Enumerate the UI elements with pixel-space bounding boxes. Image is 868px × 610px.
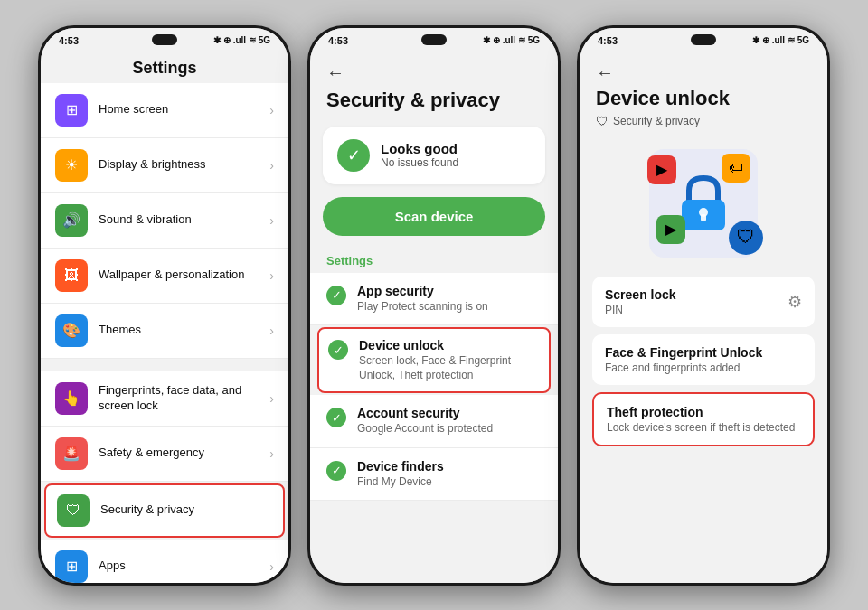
chevron-icon: ›	[269, 268, 274, 283]
item-icon-home-screen: ⊞	[55, 94, 88, 127]
sec-item-device-finders[interactable]: ✓ Device finders Find My Device	[310, 448, 558, 502]
dev-item-left-screen-lock: Screen lock PIN	[605, 287, 676, 316]
chevron-icon: ›	[269, 158, 274, 173]
dev-item-screen-lock[interactable]: Screen lock PIN ⚙	[592, 277, 815, 327]
check-icon-account-security: ✓	[326, 408, 346, 427]
phone-2: 4:53 ✱ ⊕ .ull ≋ 5G ← Security & privacy …	[307, 25, 561, 586]
item-label-safety: Safety & emergency	[99, 446, 259, 461]
settings-item-home-screen[interactable]: ⊞ Home screen ›	[41, 83, 288, 138]
dev-item-title-face-fingerprint: Face & Fingerprint Unlock	[605, 345, 762, 360]
dev-item-sub-face-fingerprint: Face and fingerprints added	[605, 361, 762, 374]
status-icons-2: ✱ ⊕ .ull ≋ 5G	[483, 35, 540, 45]
badge-security: 🛡	[729, 221, 763, 255]
item-label-wallpaper: Wallpaper & personalization	[99, 267, 259, 283]
settings-item-wallpaper[interactable]: 🖼 Wallpaper & personalization ›	[41, 249, 288, 304]
chevron-icon: ›	[269, 391, 274, 406]
item-icon-themes: 🎨	[55, 314, 88, 347]
svg-rect-2	[701, 214, 706, 221]
sec-item-title-device-unlock: Device unlock	[359, 338, 540, 352]
time-3: 4:53	[598, 35, 618, 46]
breadcrumb-label: Security & privacy	[613, 115, 700, 127]
time-1: 4:53	[59, 35, 79, 46]
sec-item-device-unlock[interactable]: ✓ Device unlock Screen lock, Face & Fing…	[317, 327, 551, 393]
sec-item-sub-device-unlock: Screen lock, Face & Fingerprint Unlock, …	[359, 354, 540, 382]
phone-1: 4:53 ✱ ⊕ .ull ≋ 5G Settings ⊞ Home scree…	[38, 25, 291, 586]
shield-icon: 🛡	[596, 114, 609, 128]
sec-item-info-account-security: Account security Google Account is prote…	[357, 406, 493, 436]
sec-header: ← Security & privacy	[310, 50, 558, 127]
phone-3: 4:53 ✱ ⊕ .ull ≋ 5G ← Device unlock 🛡 Sec…	[577, 25, 830, 586]
dev-item-sub-theft-protection: Lock device's screen if theft is detecte…	[607, 421, 795, 434]
item-icon-sound: 🔊	[55, 204, 88, 237]
item-icon-fingerprints: 👆	[55, 382, 88, 415]
status-text: Looks good No issues found	[381, 141, 458, 169]
camera-pill-2	[421, 34, 447, 45]
settings-item-apps[interactable]: ⊞ Apps ›	[41, 540, 288, 583]
item-label-sound: Sound & vibration	[99, 212, 259, 228]
check-icon-app-security: ✓	[326, 286, 346, 305]
settings-spacer	[41, 359, 288, 371]
dev-header: ← Device unlock 🛡 Security & privacy	[580, 50, 827, 145]
item-icon-wallpaper: 🖼	[55, 259, 88, 292]
settings-item-themes[interactable]: 🎨 Themes ›	[41, 304, 288, 359]
badge-store: 🏷	[722, 154, 750, 183]
dev-item-face-fingerprint[interactable]: Face & Fingerprint Unlock Face and finge…	[592, 334, 815, 385]
item-icon-security: 🛡	[57, 494, 90, 527]
item-icon-safety: 🚨	[55, 437, 88, 470]
item-label-home-screen: Home screen	[99, 102, 259, 117]
back-button-3[interactable]: ←	[596, 62, 811, 83]
screen-2: ← Security & privacy ✓ Looks good No iss…	[310, 50, 558, 583]
sec-item-title-app-security: App security	[357, 284, 488, 298]
sec-item-title-device-finders: Device finders	[357, 459, 444, 474]
dev-item-sub-screen-lock: PIN	[605, 304, 676, 316]
lock-illustration: ▶ 🏷 ▶ 🛡	[631, 145, 776, 262]
settings-item-sound[interactable]: 🔊 Sound & vibration ›	[41, 193, 288, 249]
settings-item-fingerprints[interactable]: 👆 Fingerprints, face data, and screen lo…	[41, 371, 288, 427]
dev-title: Device unlock	[596, 87, 811, 110]
badge-play: ▶	[656, 215, 685, 244]
back-button-2[interactable]: ←	[326, 62, 542, 83]
dev-item-left-theft-protection: Theft protection Lock device's screen if…	[607, 405, 795, 434]
status-check-icon: ✓	[337, 139, 370, 172]
screen-3: ← Device unlock 🛡 Security & privacy ▶ 🏷…	[580, 50, 827, 583]
time-2: 4:53	[328, 35, 348, 46]
chevron-icon: ›	[269, 559, 274, 574]
status-card: ✓ Looks good No issues found	[323, 127, 545, 184]
dev-items-section: Screen lock PIN ⚙ Face & Fingerprint Unl…	[580, 277, 827, 446]
chevron-icon: ›	[269, 103, 274, 117]
scan-button[interactable]: Scan device	[323, 197, 545, 236]
status-icons-1: ✱ ⊕ .ull ≋ 5G	[213, 35, 270, 45]
item-icon-apps: ⊞	[55, 550, 88, 583]
settings-item-safety[interactable]: 🚨 Safety & emergency ›	[41, 427, 288, 482]
item-label-apps: Apps	[99, 558, 259, 574]
sec-item-info-device-finders: Device finders Find My Device	[357, 459, 444, 490]
sec-item-info-app-security: App security Play Protect scanning is on	[357, 284, 488, 314]
settings-item-security[interactable]: 🛡 Security & privacy	[44, 483, 285, 538]
dev-item-theft-protection[interactable]: Theft protection Lock device's screen if…	[592, 392, 815, 446]
sec-item-app-security[interactable]: ✓ App security Play Protect scanning is …	[310, 273, 558, 326]
sec-item-title-account-security: Account security	[357, 406, 493, 420]
camera-pill-1	[152, 34, 177, 45]
settings-item-display[interactable]: ☀ Display & brightness ›	[41, 138, 288, 193]
screen-1: Settings ⊞ Home screen › ☀ Display & bri…	[41, 50, 288, 583]
item-label-fingerprints: Fingerprints, face data, and screen lock	[99, 383, 259, 414]
sec-item-sub-app-security: Play Protect scanning is on	[357, 300, 488, 314]
check-icon-device-unlock: ✓	[328, 340, 348, 360]
item-label-display: Display & brightness	[99, 157, 259, 173]
gear-icon[interactable]: ⚙	[788, 292, 802, 312]
item-label-security: Security & privacy	[100, 502, 272, 518]
sec-item-info-device-unlock: Device unlock Screen lock, Face & Finger…	[359, 338, 540, 382]
status-icons-3: ✱ ⊕ .ull ≋ 5G	[752, 35, 809, 45]
settings-section-label: Settings	[310, 250, 558, 273]
sec-title: Security & privacy	[326, 89, 542, 112]
camera-pill-3	[691, 34, 716, 45]
sec-item-sub-device-finders: Find My Device	[357, 475, 444, 490]
status-title: Looks good	[381, 141, 458, 156]
status-bar-3: 4:53 ✱ ⊕ .ull ≋ 5G	[580, 28, 827, 50]
status-subtitle: No issues found	[381, 156, 458, 169]
sec-item-account-security[interactable]: ✓ Account security Google Account is pro…	[310, 395, 558, 448]
chevron-icon: ›	[269, 213, 274, 228]
item-label-themes: Themes	[99, 323, 259, 338]
page-title-1: Settings	[41, 50, 288, 83]
badge-youtube: ▶	[647, 155, 676, 184]
